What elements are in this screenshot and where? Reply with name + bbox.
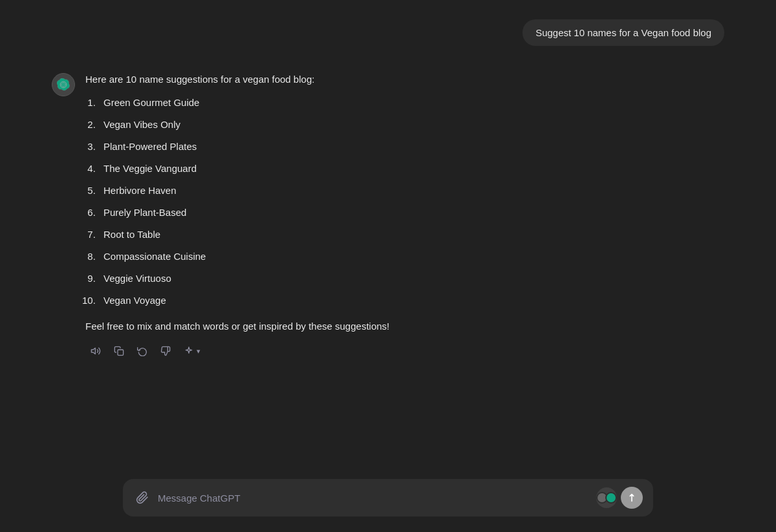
list-item: The Veggie Vanguard xyxy=(98,161,616,176)
assistant-outro: Feel free to mix and match words or get … xyxy=(85,319,616,334)
suggestions-list: Green Gourmet Guide Vegan Vibes Only Pla… xyxy=(85,95,616,308)
input-area xyxy=(0,469,776,532)
svg-rect-2 xyxy=(118,350,124,356)
user-message: Suggest 10 names for a Vegan food blog xyxy=(523,19,724,46)
send-icon xyxy=(627,493,637,503)
thumbs-down-icon xyxy=(160,346,171,356)
assistant-intro: Here are 10 name suggestions for a vegan… xyxy=(85,72,616,87)
svg-marker-1 xyxy=(91,348,95,354)
list-item: Vegan Vibes Only xyxy=(98,117,616,133)
send-button[interactable] xyxy=(621,487,643,509)
assistant-avatar xyxy=(52,73,75,96)
list-item: Veggie Virtuoso xyxy=(98,271,616,286)
tool-circle-2 xyxy=(605,492,617,504)
attach-button[interactable] xyxy=(133,489,151,507)
speak-icon xyxy=(91,346,101,356)
chat-container: Suggest 10 names for a Vegan food blog H… xyxy=(0,0,776,469)
input-right-buttons xyxy=(596,487,643,509)
action-buttons: ▾ xyxy=(85,342,616,360)
thumbs-down-button[interactable] xyxy=(155,342,176,360)
user-message-wrapper: Suggest 10 names for a Vegan food blog xyxy=(0,13,776,52)
input-wrapper xyxy=(123,479,653,516)
message-input[interactable] xyxy=(158,493,590,504)
tools-button[interactable] xyxy=(596,487,617,508)
attach-icon xyxy=(136,491,149,504)
chatgpt-icon xyxy=(57,78,70,91)
list-item: Compassionate Cuisine xyxy=(98,249,616,264)
sparkle-button[interactable]: ▾ xyxy=(178,342,206,360)
copy-button[interactable] xyxy=(109,342,129,360)
list-item: Purely Plant-Based xyxy=(98,205,616,220)
sparkle-icon xyxy=(184,346,194,356)
regenerate-icon xyxy=(137,346,147,356)
list-item: Vegan Voyage xyxy=(98,293,616,308)
assistant-content: Here are 10 name suggestions for a vegan… xyxy=(85,72,616,360)
tools-icon-group xyxy=(596,492,617,504)
user-message-text: Suggest 10 names for a Vegan food blog xyxy=(535,27,711,38)
speak-button[interactable] xyxy=(85,342,106,360)
list-item: Green Gourmet Guide xyxy=(98,95,616,111)
list-item: Root to Table xyxy=(98,227,616,242)
regenerate-button[interactable] xyxy=(132,342,153,360)
list-item: Plant-Powered Plates xyxy=(98,139,616,154)
assistant-message-wrapper: Here are 10 name suggestions for a vegan… xyxy=(0,65,776,367)
chevron-down-icon: ▾ xyxy=(197,347,200,356)
list-item: Herbivore Haven xyxy=(98,183,616,198)
copy-icon xyxy=(114,346,124,356)
